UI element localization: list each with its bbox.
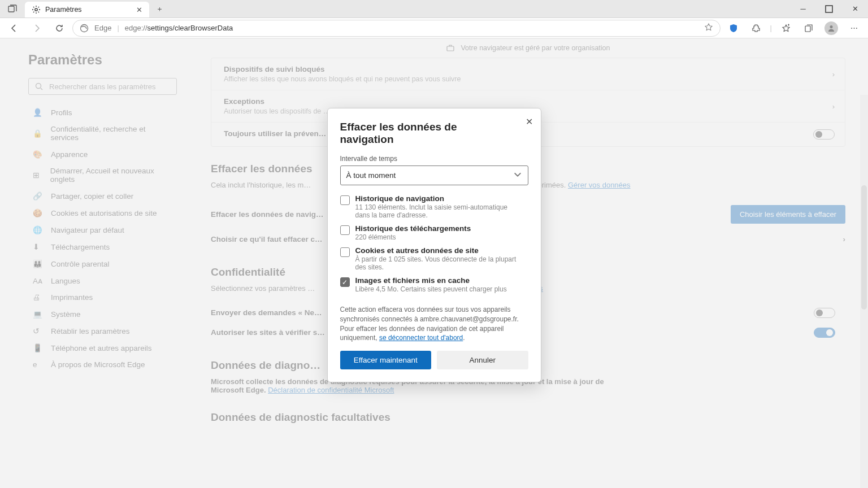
checkbox[interactable] — [340, 225, 350, 235]
addr-app: Edge — [94, 24, 111, 32]
titlebar: Paramètres ✕ ＋ ─ ✕ — [0, 0, 868, 18]
minimize-button[interactable]: ─ — [790, 0, 816, 18]
toolbar: Edge | edge://settings/clearBrowserData … — [0, 18, 868, 38]
extensions-icon[interactable] — [747, 20, 766, 37]
clear-now-button[interactable]: Effacer maintenant — [340, 351, 432, 369]
svg-rect-0 — [8, 6, 14, 12]
address-bar[interactable]: Edge | edge://settings/clearBrowserData — [72, 20, 721, 37]
new-tab-button[interactable]: ＋ — [149, 0, 170, 18]
datatype-item-2[interactable]: Cookies et autres données de siteÀ parti… — [340, 246, 523, 271]
gear-icon — [32, 5, 41, 14]
edge-icon — [80, 24, 89, 33]
interval-select[interactable]: À tout moment — [340, 165, 528, 185]
datatype-item-1[interactable]: Historique des téléchargements220 élémen… — [340, 224, 523, 241]
cancel-button[interactable]: Annuler — [437, 351, 528, 369]
favorites-icon[interactable] — [776, 20, 796, 37]
checkbox[interactable] — [340, 277, 350, 287]
datatype-item-3[interactable]: Images et fichiers mis en cacheLibère 4,… — [340, 276, 523, 293]
tabs-icon — [8, 5, 17, 14]
svg-rect-4 — [805, 26, 810, 32]
menu-button[interactable]: ⋯ — [844, 20, 863, 37]
svg-point-5 — [830, 25, 833, 28]
clear-data-modal: ✕ Effacer les données de navigation Inte… — [327, 108, 541, 382]
collections-icon[interactable] — [799, 20, 818, 37]
interval-label: Intervalle de temps — [340, 155, 528, 163]
tab-close-button[interactable]: ✕ — [136, 6, 142, 14]
modal-close-button[interactable]: ✕ — [526, 116, 533, 127]
modal-footnote: Cette action effacera vos données sur to… — [340, 305, 528, 343]
tab-actions-button[interactable] — [0, 0, 25, 18]
tab-title: Paramètres — [45, 6, 82, 14]
checkbox[interactable] — [340, 195, 350, 205]
window-controls: ─ ✕ — [790, 0, 868, 18]
forward-button[interactable] — [27, 20, 46, 37]
datatype-item-0[interactable]: Historique de navigation11 130 éléments.… — [340, 194, 523, 219]
back-button[interactable] — [5, 20, 24, 37]
datatype-list: Historique de navigation11 130 éléments.… — [340, 194, 528, 298]
maximize-button[interactable] — [816, 0, 842, 18]
svg-rect-2 — [826, 6, 832, 12]
browser-tab[interactable]: Paramètres ✕ — [25, 2, 149, 18]
checkbox[interactable] — [340, 247, 350, 257]
tracking-icon[interactable] — [724, 20, 743, 37]
chevron-down-icon — [513, 170, 522, 181]
close-button[interactable]: ✕ — [842, 0, 868, 18]
content: Paramètres Rechercher dans les paramètre… — [0, 38, 868, 488]
favorite-icon[interactable] — [704, 23, 713, 33]
profile-avatar[interactable] — [822, 20, 841, 37]
signout-link[interactable]: se déconnecter tout d'abord — [379, 334, 463, 342]
svg-point-1 — [35, 8, 37, 11]
modal-title: Effacer les données de navigation — [340, 121, 528, 146]
modal-overlay: ✕ Effacer les données de navigation Inte… — [0, 38, 868, 488]
refresh-button[interactable] — [50, 20, 69, 37]
